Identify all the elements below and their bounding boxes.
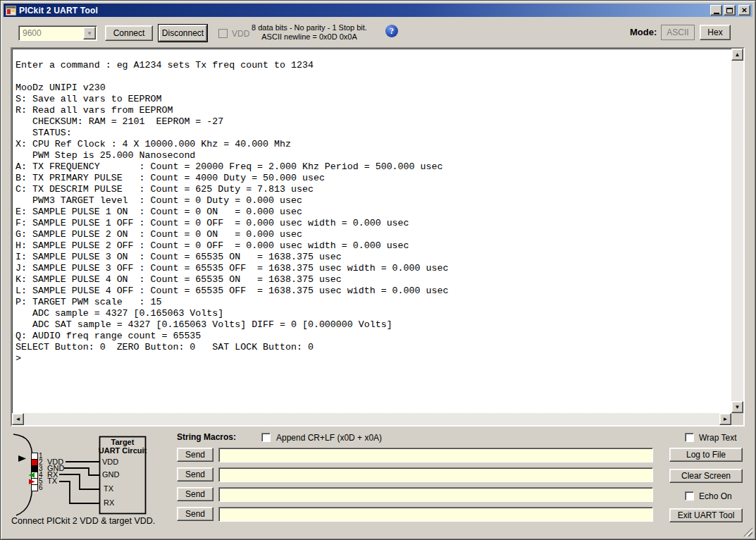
pin1-cell: [32, 453, 38, 460]
wrap-text-label: Wrap Text: [699, 433, 737, 443]
macro-input-2[interactable]: [218, 467, 653, 482]
macro-input-3[interactable]: [218, 487, 653, 502]
pickit2-wiring-diagram: 1 2 3 4 5 6 VDD GND RX TX Target UART Ci…: [6, 432, 168, 520]
wires: [59, 462, 99, 503]
echo-on-label: Echo On: [699, 491, 732, 501]
macro-input-4[interactable]: [218, 507, 653, 522]
maximize-icon: [726, 8, 733, 13]
scroll-left-icon[interactable]: ◄: [12, 413, 24, 425]
terminal-panel: Enter a command : eg A1234 sets Tx freq …: [11, 47, 745, 427]
target-pin-vdd: VDD: [102, 458, 118, 466]
baud-rate-select[interactable]: 9600 ▼: [18, 25, 97, 41]
scroll-down-icon[interactable]: ▼: [731, 401, 743, 413]
append-crlf-label: Append CR+LF (x0D + x0A): [276, 433, 382, 443]
window-title: PICkit 2 UART Tool: [19, 6, 98, 16]
minimize-button[interactable]: [710, 5, 722, 16]
send-button-4[interactable]: Send: [177, 507, 213, 521]
diagram-caption: Connect PICkit 2 VDD & target VDD.: [11, 516, 155, 526]
help-icon[interactable]: ?: [385, 25, 398, 37]
vdd-checkbox[interactable]: [218, 29, 228, 38]
macro-input-1[interactable]: [218, 448, 653, 462]
serial-settings-line2: ASCII newline = 0x0D 0x0A: [240, 32, 378, 42]
clear-screen-button[interactable]: Clear Screen: [669, 469, 743, 483]
baud-rate-value: 9600: [19, 28, 83, 38]
chevron-down-icon[interactable]: ▼: [83, 27, 96, 39]
scroll-right-icon[interactable]: ►: [719, 413, 731, 425]
serial-settings-text: 8 data bits - No parity - 1 Stop bit. AS…: [240, 23, 378, 42]
pin3-cell-gnd: [32, 466, 38, 472]
append-crlf-checkbox[interactable]: [261, 433, 271, 442]
string-macros-label: String Macros:: [177, 432, 236, 442]
target-pin-rx: RX: [104, 498, 115, 507]
app-icon: [6, 6, 16, 16]
scrollbar-corner: [731, 413, 743, 425]
pin5-label: TX: [47, 477, 58, 485]
close-button[interactable]: ✕: [738, 5, 750, 16]
target-title-line1: Target: [111, 438, 135, 446]
target-title-line2: UART Circuit: [99, 446, 147, 455]
mode-ascii-button[interactable]: ASCII: [661, 25, 695, 40]
resize-grip[interactable]: [743, 527, 752, 536]
pin1-pointer-icon: [18, 455, 26, 462]
wrap-text-checkbox[interactable]: [685, 433, 694, 442]
maximize-button[interactable]: [724, 5, 736, 16]
pin6-cell: [32, 485, 38, 491]
pickit2-uart-tool-window: PICkit 2 UART Tool ✕ 9600 ▼ Connect Disc…: [0, 0, 756, 540]
terminal-hscrollbar[interactable]: ◄ ►: [12, 413, 731, 425]
disconnect-button[interactable]: Disconnect: [159, 25, 207, 42]
mode-hex-button[interactable]: Hex: [700, 25, 731, 40]
exit-uart-tool-button[interactable]: Exit UART Tool: [669, 508, 743, 522]
connect-button[interactable]: Connect: [105, 25, 153, 41]
send-button-1[interactable]: Send: [177, 448, 213, 462]
target-pin-gnd: GND: [102, 470, 120, 479]
terminal-output[interactable]: Enter a command : eg A1234 sets Tx freq …: [12, 49, 731, 413]
titlebar[interactable]: PICkit 2 UART Tool ✕: [4, 4, 752, 17]
pin2-cell-vdd: [32, 460, 38, 466]
pin-header: [29, 453, 38, 491]
send-button-2[interactable]: Send: [177, 467, 213, 481]
serial-settings-line1: 8 data bits - No parity - 1 Stop bit.: [240, 23, 378, 32]
target-pin-tx: TX: [104, 484, 114, 493]
close-icon: ✕: [741, 7, 747, 14]
echo-on-checkbox[interactable]: [685, 491, 694, 501]
send-button-3[interactable]: Send: [177, 487, 213, 501]
log-to-file-button[interactable]: Log to File: [669, 448, 743, 462]
minimize-icon: [714, 13, 719, 14]
terminal-vscrollbar[interactable]: ▲ ▼: [731, 49, 743, 413]
mode-label: Mode:: [630, 27, 657, 37]
scroll-up-icon[interactable]: ▲: [731, 49, 743, 61]
pin6-number: 6: [39, 484, 43, 491]
